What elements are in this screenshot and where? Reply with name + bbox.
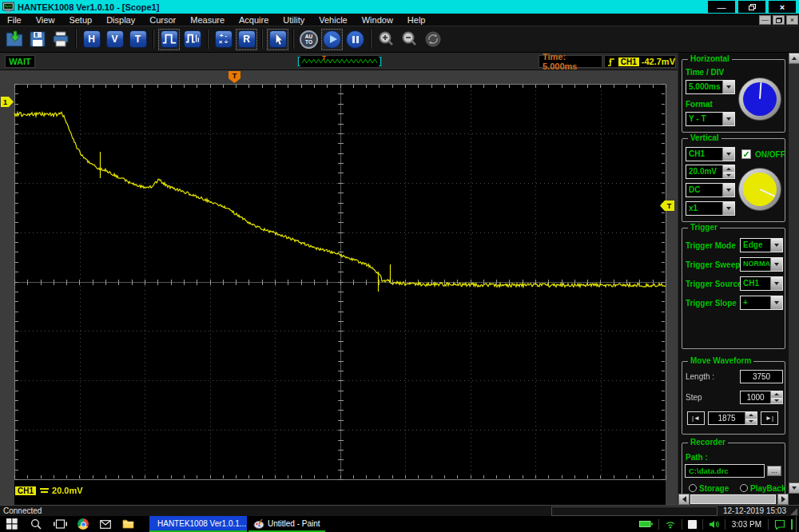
mail-taskbar-icon[interactable] [94,516,117,532]
menu-setup[interactable]: Setup [62,15,99,25]
menu-file[interactable]: File [0,15,29,25]
print-button[interactable] [50,29,71,50]
action-center-button[interactable] [769,516,791,532]
taskbar-clock[interactable]: 3:03 PM [725,516,768,532]
scroll-down-button[interactable] [789,482,799,494]
run-button[interactable] [321,29,343,50]
waveform-measure-button[interactable] [181,29,203,50]
trigger-mode-select[interactable]: Edge [740,238,783,252]
move-first-button[interactable]: |◄ [687,411,705,425]
menu-cursor[interactable]: Cursor [142,15,183,25]
dropdown-arrow-icon[interactable] [770,239,782,252]
math-button[interactable]: + - × ÷ [213,29,234,50]
zoom-in-button[interactable] [376,29,397,50]
menu-utility[interactable]: Utility [276,15,312,25]
menu-bar: File View Setup Display Cursor Measure A… [0,14,799,26]
horizontal-setup-button[interactable]: H [81,29,102,50]
menu-view[interactable]: View [29,15,62,25]
time-div-select[interactable]: 5.000ms [686,80,735,94]
trigger-source-select[interactable]: CH1 [740,276,783,291]
scroll-right-button[interactable] [777,494,789,505]
storage-radio[interactable] [689,484,697,492]
refresh-button[interactable] [422,29,443,50]
trigger-source-label: Trigger Source [686,280,742,288]
search-icon [30,518,42,530]
cursor-measure-button[interactable] [267,29,288,50]
zoom-out-icon [401,30,419,48]
restore-button[interactable] [738,1,765,13]
dropdown-arrow-icon[interactable] [722,202,734,215]
path-input[interactable]: C:\data.drc [685,464,765,478]
wifi-tray-icon[interactable] [659,516,682,532]
move-last-button[interactable]: ►| [761,411,778,425]
save-button[interactable] [26,29,48,50]
spinner-buttons[interactable] [770,391,782,403]
scroll-left-button[interactable] [678,494,690,505]
resize-grip[interactable] [790,508,797,515]
mdi-restore-button[interactable] [773,15,785,25]
mail-icon [100,520,111,529]
channel-select[interactable]: CH1 [686,147,735,161]
search-button[interactable] [24,516,48,532]
browse-button[interactable]: ... [767,466,781,476]
start-button[interactable] [0,516,24,532]
dropdown-arrow-icon[interactable] [722,148,734,161]
horizontal-knob[interactable] [738,77,781,121]
onedrive-tray-icon[interactable] [682,516,702,532]
waveform-preview[interactable]: T [297,55,382,68]
auto-set-button[interactable]: AU TO [298,29,320,50]
dropdown-arrow-icon[interactable] [770,296,782,309]
menu-window[interactable]: Window [355,15,400,25]
channel-onoff-checkbox[interactable]: ✓ [741,149,751,159]
taskbar-task-hantek[interactable]: HANTEK1008 Ver1.0.1... [149,516,247,532]
menu-help[interactable]: Help [400,15,433,25]
minimize-button[interactable]: — [708,1,735,13]
trigger-level-value: -42.7mV [642,57,675,66]
file-explorer-taskbar-icon[interactable] [117,516,140,532]
menu-acquire[interactable]: Acquire [232,15,276,25]
dropdown-arrow-icon[interactable] [770,258,782,271]
coupling-select[interactable]: DC [686,183,735,197]
taskbar-task-paint[interactable]: Untitled - Paint [248,516,325,532]
waveform-display-button[interactable] [158,29,180,50]
open-file-button[interactable] [3,29,25,50]
dropdown-arrow-icon[interactable] [722,113,734,125]
spinner-buttons[interactable] [745,412,757,424]
dropdown-arrow-icon[interactable] [722,184,734,197]
menu-vehicle[interactable]: Vehicle [312,15,354,25]
battery-tray-icon[interactable] [634,516,658,532]
dropdown-arrow-icon[interactable] [770,277,782,290]
vertical-scrollbar[interactable] [789,53,799,494]
playback-radio[interactable] [740,484,748,492]
position-spinner[interactable]: 1875 [708,411,757,425]
horizontal-scroll-thumb[interactable] [690,494,776,504]
dropdown-arrow-icon[interactable] [722,81,734,93]
channel1-badge: CH1 [15,486,36,495]
menu-display[interactable]: Display [99,15,142,25]
trigger-slope-select[interactable]: + [740,296,783,310]
close-button[interactable]: × [769,1,796,13]
probe-select[interactable]: x1 [686,201,735,216]
format-select[interactable]: Y - T [686,112,735,126]
menu-measure[interactable]: Measure [183,15,232,25]
spinner-buttons[interactable] [722,165,734,178]
mdi-minimize-button[interactable]: — [759,15,771,25]
zoom-out-button[interactable] [399,29,420,50]
vertical-knob[interactable] [738,168,781,211]
trigger-sweep-select[interactable]: NORMAL [740,257,783,272]
scroll-up-button[interactable] [789,53,799,64]
reference-button[interactable]: R [236,29,257,50]
task-view-button[interactable] [48,516,72,532]
pause-button[interactable] [344,29,366,50]
show-desktop-button[interactable] [796,516,799,532]
chrome-taskbar-icon[interactable] [72,516,94,532]
preview-trigger-marker[interactable]: T [322,55,326,62]
time-base-value: Time: 5.000ms [539,52,602,71]
vertical-setup-button[interactable]: V [104,29,125,50]
volts-div-spinner[interactable]: 20.0mV [686,165,735,179]
trigger-setup-button[interactable]: T [127,29,149,50]
step-spinner[interactable]: 1000 [740,391,783,404]
volume-tray-icon[interactable] [703,516,725,532]
status-inset-panel [551,506,718,516]
mdi-close-button[interactable]: × [786,15,798,25]
